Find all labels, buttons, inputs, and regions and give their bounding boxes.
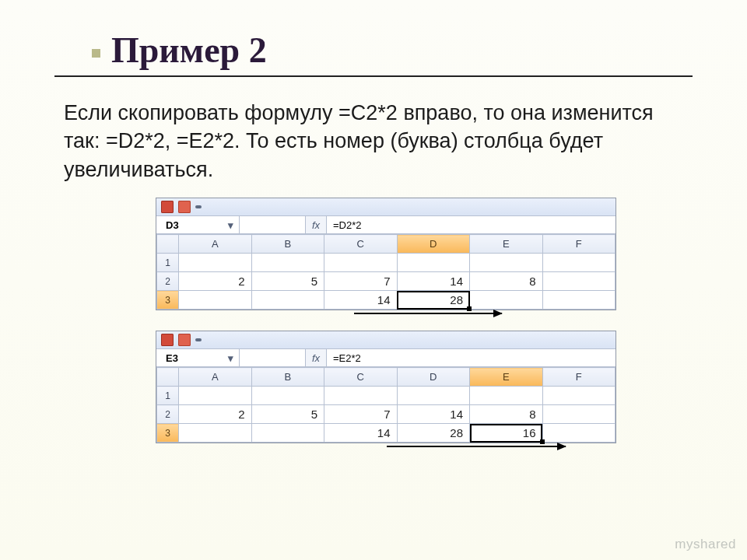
toolbar: [156, 331, 615, 349]
cell[interactable]: 28: [397, 291, 470, 310]
pdf-export-icon[interactable]: [178, 201, 191, 213]
col-header[interactable]: A: [179, 368, 252, 387]
pdf-export-icon[interactable]: [178, 334, 191, 346]
cell[interactable]: [542, 254, 615, 272]
cell[interactable]: [179, 424, 252, 443]
cell[interactable]: [542, 272, 615, 291]
name-box-value: D3: [166, 219, 179, 231]
col-header[interactable]: A: [179, 235, 252, 254]
cell[interactable]: 8: [470, 272, 543, 291]
cell[interactable]: 16: [470, 424, 543, 443]
col-header[interactable]: D: [397, 368, 470, 387]
spreadsheet-grid[interactable]: ABCDEF 1225714831428: [156, 234, 615, 310]
arrow-right-icon: [354, 313, 502, 314]
slide-title: Пример 2: [92, 30, 693, 71]
row-header[interactable]: 1: [157, 387, 179, 405]
chevron-down-icon[interactable]: ▾: [225, 352, 236, 363]
fx-button[interactable]: fx: [306, 216, 327, 233]
cell[interactable]: [324, 387, 398, 405]
cell[interactable]: [542, 387, 615, 405]
cell[interactable]: [251, 254, 324, 272]
cell[interactable]: 7: [324, 272, 398, 291]
cell[interactable]: [470, 387, 543, 405]
col-header[interactable]: F: [542, 368, 615, 387]
formula-bar: E3 ▾ fx =E2*2: [156, 349, 615, 367]
formula-input[interactable]: =D2*2: [327, 216, 615, 233]
cell[interactable]: 14: [397, 272, 470, 291]
row-header[interactable]: 3: [157, 291, 179, 310]
table-row: 2257148: [157, 405, 615, 424]
cell[interactable]: 2: [179, 272, 252, 291]
row-header[interactable]: 3: [157, 424, 179, 443]
corner-cell[interactable]: [157, 235, 179, 254]
fill-handle[interactable]: [467, 306, 472, 311]
pdf-icon[interactable]: [161, 201, 174, 213]
col-header[interactable]: D: [397, 235, 470, 254]
fx-button[interactable]: fx: [306, 349, 327, 366]
formula-bar-spacer: [240, 349, 306, 366]
cell[interactable]: [179, 254, 252, 272]
name-box-value: E3: [166, 352, 178, 364]
formula-input[interactable]: =E2*2: [327, 349, 615, 366]
cell[interactable]: 14: [324, 424, 398, 443]
excel-snippet-1: D3 ▾ fx =D2*2 ABCDEF 1225714831428: [156, 198, 616, 310]
col-header-row: ABCDEF: [157, 368, 615, 387]
col-header-row: ABCDEF: [157, 235, 615, 254]
divider: [54, 75, 693, 77]
table-row: 1: [157, 254, 615, 272]
table-row: 2257148: [157, 272, 615, 291]
bullet-icon: [92, 49, 100, 58]
arrow-right-icon: [387, 446, 566, 447]
col-header[interactable]: C: [324, 235, 398, 254]
toolbar: [156, 198, 615, 216]
cell[interactable]: 7: [324, 405, 398, 424]
corner-cell[interactable]: [157, 368, 179, 387]
spreadsheet-grid[interactable]: ABCDEF 122571483142816: [156, 367, 615, 443]
cell[interactable]: [251, 387, 324, 405]
row-header[interactable]: 1: [157, 254, 179, 272]
col-header[interactable]: F: [542, 235, 615, 254]
table-row: 1: [157, 387, 615, 405]
chevron-down-icon[interactable]: ▾: [225, 219, 236, 230]
cell[interactable]: [470, 254, 543, 272]
col-header[interactable]: E: [470, 235, 543, 254]
name-box[interactable]: D3 ▾: [156, 216, 240, 233]
pdf-icon[interactable]: [161, 334, 174, 346]
cell[interactable]: 5: [251, 272, 324, 291]
col-header[interactable]: C: [324, 368, 398, 387]
cell[interactable]: [397, 254, 470, 272]
cell[interactable]: [470, 291, 543, 310]
name-box[interactable]: E3 ▾: [156, 349, 240, 366]
cell[interactable]: 14: [324, 291, 398, 310]
cell[interactable]: 8: [470, 405, 543, 424]
table-row: 31428: [157, 291, 615, 310]
cell[interactable]: [179, 291, 252, 310]
cell[interactable]: [179, 387, 252, 405]
cell[interactable]: 28: [397, 424, 470, 443]
cell[interactable]: [542, 424, 615, 443]
cell[interactable]: [542, 405, 615, 424]
cell[interactable]: 2: [179, 405, 252, 424]
toolbar-dropdown-icon[interactable]: [195, 338, 202, 341]
fill-handle[interactable]: [540, 439, 545, 444]
col-header[interactable]: B: [251, 368, 324, 387]
toolbar-dropdown-icon[interactable]: [195, 205, 202, 208]
cell[interactable]: 5: [251, 405, 324, 424]
cell[interactable]: [542, 291, 615, 310]
cell[interactable]: [324, 254, 398, 272]
excel-snippet-2: E3 ▾ fx =E2*2 ABCDEF 122571483142816: [156, 331, 616, 443]
table-row: 3142816: [157, 424, 615, 443]
cell[interactable]: [251, 424, 324, 443]
row-header[interactable]: 2: [157, 272, 179, 291]
cell[interactable]: [251, 291, 324, 310]
row-header[interactable]: 2: [157, 405, 179, 424]
formula-bar-spacer: [240, 216, 306, 233]
col-header[interactable]: B: [251, 235, 324, 254]
title-text: Пример 2: [111, 30, 267, 70]
cell[interactable]: 14: [397, 405, 470, 424]
formula-bar: D3 ▾ fx =D2*2: [156, 216, 615, 234]
cell[interactable]: [397, 387, 470, 405]
slide-body: Если скопировать формулу =C2*2 вправо, т…: [64, 99, 693, 184]
watermark: myshared: [675, 537, 736, 552]
col-header[interactable]: E: [470, 368, 543, 387]
